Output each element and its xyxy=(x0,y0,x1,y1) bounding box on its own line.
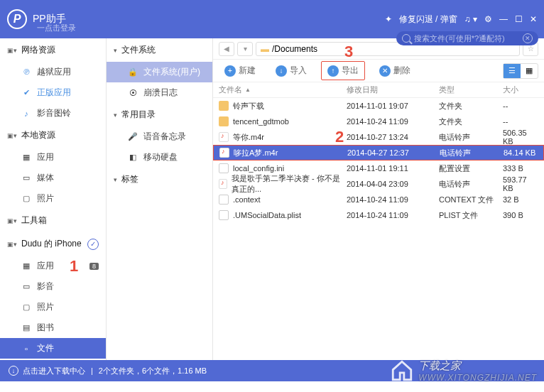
file-date: 2014-10-27 13:24 xyxy=(347,133,439,141)
file-type: 文件夹 xyxy=(439,116,503,127)
nav-dev-books[interactable]: ▤图书 xyxy=(0,317,106,338)
plus-icon: + xyxy=(224,65,236,77)
nav-genuine[interactable]: ✔正版应用 xyxy=(0,82,106,103)
file-icon xyxy=(219,210,229,220)
mic-icon: 🎤 xyxy=(128,132,138,142)
nav-dev-photo[interactable]: ▢照片 xyxy=(0,297,106,317)
close-icon[interactable]: ✕ xyxy=(530,14,537,24)
grid-view-button[interactable]: ▦ xyxy=(521,64,538,78)
file-date: 2014-11-01 19:07 xyxy=(347,102,439,110)
file-name: local_config.ini xyxy=(233,164,284,173)
file-row[interactable]: 等你.m4r2014-10-27 13:24电话铃声506.35 KB xyxy=(213,129,544,145)
group-filesystem[interactable]: ▾文件系统 xyxy=(107,38,212,62)
book-icon: ▤ xyxy=(21,323,31,333)
photo-icon: ▢ xyxy=(21,303,31,312)
export-button[interactable]: ↑导出 xyxy=(321,61,365,80)
file-size: 390 B xyxy=(503,211,538,219)
apps-icon: ▦ xyxy=(21,153,31,163)
maximize-icon[interactable]: ☐ xyxy=(515,14,523,24)
nav-dev-video[interactable]: ▭影音 xyxy=(0,276,106,297)
search-input[interactable] xyxy=(414,34,523,43)
nav-jailbreak[interactable]: ℗越狱应用 xyxy=(0,62,106,82)
folder-icon xyxy=(219,116,229,126)
clear-search-icon[interactable]: ✕ xyxy=(523,33,533,43)
file-name: 等你.m4r xyxy=(233,132,264,143)
login-link[interactable]: 一点击登录 xyxy=(37,23,76,33)
file-date: 2014-10-24 11:09 xyxy=(347,195,439,204)
music-icon[interactable]: ♫ ▾ xyxy=(464,14,477,24)
col-type[interactable]: 类型 xyxy=(439,85,503,95)
file-row[interactable]: 铃声下载2014-11-01 19:07文件夹-- xyxy=(213,98,544,114)
dir-mobile-disk[interactable]: ◧移动硬盘 xyxy=(107,147,212,168)
file-size: 593.77 KB xyxy=(503,175,538,192)
fs-user[interactable]: 🔒文件系统(用户) xyxy=(107,62,212,82)
fix-crash-link[interactable]: 修复闪退 / 弹窗 xyxy=(399,13,457,26)
file-row[interactable]: tencent_gdtmob2014-10-24 11:09文件夹-- xyxy=(213,114,544,129)
delete-button[interactable]: ✕删除 xyxy=(374,62,416,80)
col-name[interactable]: 文件名▲ xyxy=(219,85,347,95)
download-center-link[interactable]: 点击进入下载中心 xyxy=(23,366,85,376)
app-logo: P xyxy=(7,9,27,29)
file-type: 电话铃声 xyxy=(440,148,504,158)
file-list: 铃声下载2014-11-01 19:07文件夹--tencent_gdtmob2… xyxy=(213,98,544,360)
group-local[interactable]: ▣▾本地资源 xyxy=(0,124,106,147)
house-icon xyxy=(390,359,414,383)
dir-voice[interactable]: 🎤语音备忘录 xyxy=(107,126,212,147)
export-icon: ↑ xyxy=(327,65,339,77)
nav-history-button[interactable]: ▾ xyxy=(237,42,253,56)
file-row[interactable]: .UMSocialData.plist2014-10-24 11:09PLIST… xyxy=(213,207,544,223)
group-common-dirs[interactable]: ▾常用目录 xyxy=(107,103,212,126)
minimize-icon[interactable]: — xyxy=(499,14,508,24)
group-tags[interactable]: ▾标签 xyxy=(107,168,212,191)
settings-icon[interactable]: ⚙ xyxy=(484,14,492,24)
file-date: 2014-04-27 12:37 xyxy=(347,148,440,157)
file-date: 2014-10-24 11:09 xyxy=(347,117,439,126)
nav-local-media[interactable]: ▭媒体 xyxy=(0,168,106,188)
nav-back-button[interactable]: ◀ xyxy=(219,42,234,56)
disk-icon: ◧ xyxy=(128,153,138,163)
col-size[interactable]: 大小 xyxy=(503,85,538,95)
file-date: 2014-10-24 11:09 xyxy=(347,211,439,219)
file-size: 333 B xyxy=(503,164,538,173)
import-button[interactable]: ↓导入 xyxy=(270,62,312,80)
file-row[interactable]: 哆拉A梦.m4r2014-04-27 12:37电话铃声84.14 KB xyxy=(213,145,544,160)
fs-crashlog[interactable]: ⦿崩溃日志 xyxy=(107,82,212,103)
photo-icon: ▢ xyxy=(21,194,31,204)
file-size: 32 B xyxy=(503,195,538,204)
column-headers: 文件名▲ 修改日期 类型 大小 xyxy=(213,82,544,98)
nav-local-photo[interactable]: ▢照片 xyxy=(0,188,106,209)
file-icon: ▫ xyxy=(21,344,31,354)
group-device[interactable]: ▣▾Dudu 的 iPhone✓ xyxy=(0,232,106,256)
check-icon: ✔ xyxy=(21,88,31,98)
nav-dev-files[interactable]: ▫文件 xyxy=(0,338,106,359)
group-network[interactable]: ▣▾网络资源 xyxy=(0,38,106,62)
import-icon: ↓ xyxy=(276,65,287,77)
device-check-icon: ✓ xyxy=(87,239,99,250)
group-toolbox[interactable]: ▣▾工具箱 xyxy=(0,209,106,232)
new-button[interactable]: +新建 xyxy=(219,62,261,80)
file-name: 铃声下载 xyxy=(233,101,264,111)
list-view-button[interactable]: ☰ xyxy=(504,64,521,78)
file-name: .UMSocialData.plist xyxy=(233,211,301,219)
view-toggle: ☰ ▦ xyxy=(503,63,538,79)
file-row[interactable]: 我是歌手第二季半决赛 - 你不是真正的...2014-04-04 23:09电话… xyxy=(213,176,544,192)
audio-icon xyxy=(219,179,227,189)
download-icon: ↓ xyxy=(9,366,18,376)
nav-dev-apps[interactable]: ▦应用8 xyxy=(0,256,106,276)
nav-media-ring[interactable]: ♪影音图铃 xyxy=(0,103,106,124)
nav-local-apps[interactable]: ▦应用 xyxy=(0,147,106,168)
file-icon xyxy=(219,163,229,173)
col-date[interactable]: 修改日期 xyxy=(347,85,439,95)
watermark: 下载之家 WWW.XITONGZHIJIA.NET xyxy=(390,349,537,392)
file-row[interactable]: .context2014-10-24 11:09CONTEXT 文件32 B xyxy=(213,192,544,207)
file-type: PLIST 文件 xyxy=(439,210,503,221)
file-type: 配置设置 xyxy=(439,163,503,174)
log-icon: ⦿ xyxy=(128,88,138,98)
search-box[interactable]: ✕ xyxy=(396,31,538,45)
main-panel: ◀ ▾ ▬/Documents ☆ +新建 ↓导入 ↑导出 ✕删除 ☰ ▦ 文件… xyxy=(213,38,544,360)
status-text: 2个文件夹，6个文件，1.16 MB xyxy=(99,366,207,376)
video-icon: ▭ xyxy=(21,173,31,183)
file-name: 哆拉A梦.m4r xyxy=(234,148,278,158)
sidebar-secondary: ▾文件系统 🔒文件系统(用户) ⦿崩溃日志 ▾常用目录 🎤语音备忘录 ◧移动硬盘… xyxy=(107,38,213,360)
file-type: 电话铃声 xyxy=(439,132,503,143)
